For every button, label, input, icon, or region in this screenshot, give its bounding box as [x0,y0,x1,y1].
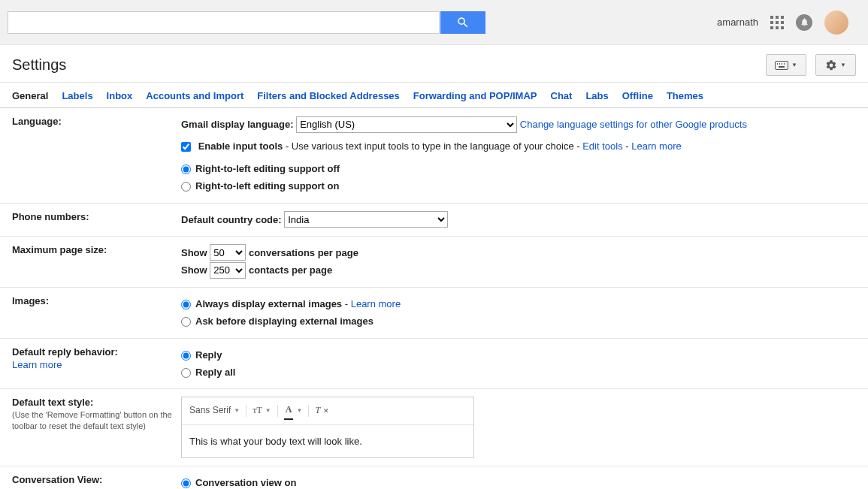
font-size-dropdown[interactable]: тT ▼ [253,403,271,419]
rtl-off-label: Right-to-left editing support off [195,163,340,174]
change-language-link[interactable]: Change language settings for other Googl… [520,119,747,130]
enable-input-tools-checkbox[interactable] [181,142,191,152]
conversations-per-page-select[interactable]: 50 [210,244,246,261]
reply-learn-more-link[interactable]: Learn more [12,359,174,370]
conversation-on-label: Conversation view on [195,477,296,488]
phone-label: Phone numbers: [12,211,181,228]
default-country-label: Default country code: [181,214,282,225]
input-tools-learn-more-link[interactable]: Learn more [631,140,681,152]
images-ask-radio[interactable] [181,317,191,327]
rtl-on-radio[interactable] [181,182,191,192]
tab-filters[interactable]: Filters and Blocked Addresses [257,90,400,107]
pagesize-label: Maximum page size: [12,244,181,279]
username-label[interactable]: amarnath [717,17,758,28]
tab-inbox[interactable]: Inbox [107,90,133,107]
chevron-down-icon: ▼ [840,62,846,68]
notifications-icon[interactable] [796,14,812,31]
input-tools-button[interactable]: ▼ [766,54,806,76]
images-always-radio[interactable] [181,300,191,309]
page-title: Settings [12,56,66,74]
remove-formatting-button[interactable]: T✕ [315,403,329,419]
images-label: Images: [12,295,181,331]
tab-forwarding[interactable]: Forwarding and POP/IMAP [413,90,537,107]
edit-tools-link[interactable]: Edit tools [582,140,622,152]
textstyle-preview: This is what your body text will look li… [182,425,473,457]
settings-tabs: General Labels Inbox Accounts and Import… [0,83,868,108]
reply-radio[interactable] [181,351,191,361]
enable-input-tools-label: Enable input tools [198,140,283,152]
tab-chat[interactable]: Chat [551,90,573,107]
conv-suffix: conversations per page [249,247,358,258]
search-button[interactable] [440,11,485,34]
reply-all-option-label: Reply all [195,367,235,378]
display-language-label: Gmail display language: [181,119,294,130]
textstyle-sub: (Use the 'Remove Formatting' button on t… [12,409,174,431]
conversation-on-radio[interactable] [181,478,191,488]
apps-icon[interactable] [770,16,784,29]
remove-formatting-icon: T [315,403,320,419]
tab-offline[interactable]: Offline [622,90,653,107]
enable-input-tools-desc: - Use various text input tools to type i… [283,140,582,152]
tab-accounts[interactable]: Accounts and Import [146,90,243,107]
language-label: Language: [12,116,181,195]
display-language-select[interactable]: English (US) [296,116,517,133]
avatar[interactable] [824,11,848,35]
search-icon [456,16,470,29]
text-color-icon: A [284,402,294,420]
reply-label: Default reply behavior: [12,346,118,358]
settings-gear-button[interactable]: ▼ [815,54,856,76]
gear-icon [825,59,837,71]
images-ask-label: Ask before displaying external images [195,315,374,327]
chevron-down-icon: ▼ [791,62,797,68]
conversation-label: Conversation View: [12,474,102,485]
default-country-select[interactable]: India [284,211,448,228]
search-input[interactable] [8,11,440,34]
font-family-dropdown[interactable]: Sans Serif ▼ [189,403,240,419]
reply-all-radio[interactable] [181,368,191,378]
images-always-label: Always display external images [195,298,342,309]
contacts-suffix: contacts per page [249,264,332,276]
keyboard-icon [775,61,788,70]
text-color-dropdown[interactable]: A ▼ [284,402,303,420]
tab-labs[interactable]: Labs [585,90,608,107]
text-size-icon: тT [253,403,262,419]
images-learn-more-link[interactable]: Learn more [351,298,401,309]
rtl-on-label: Right-to-left editing support on [195,180,339,192]
reply-option-label: Reply [195,349,222,361]
textstyle-label: Default text style: [12,397,93,408]
tab-labels[interactable]: Labels [62,90,92,107]
contacts-per-page-select[interactable]: 250 [210,262,246,279]
rtl-off-radio[interactable] [181,165,191,174]
tab-general[interactable]: General [12,90,48,107]
tab-themes[interactable]: Themes [667,90,703,107]
